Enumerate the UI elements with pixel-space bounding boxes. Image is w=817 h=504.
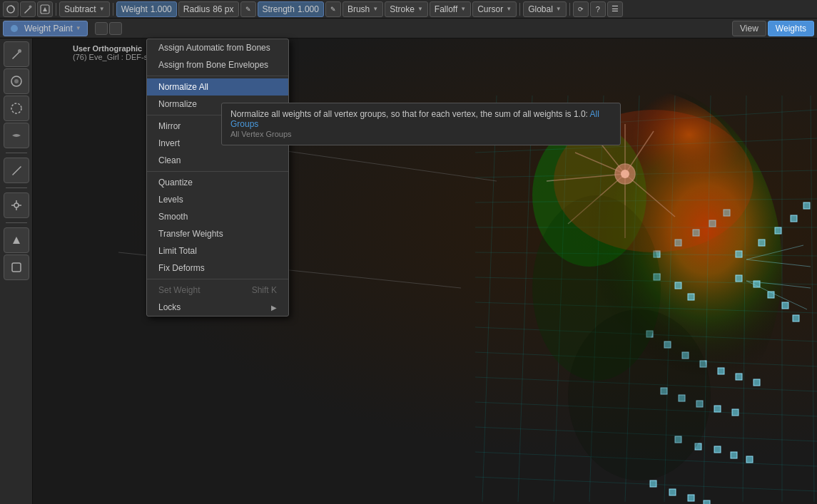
svg-rect-78 — [669, 489, 676, 495]
svg-rect-44 — [775, 227, 781, 234]
svg-rect-45 — [791, 215, 797, 222]
brush-dropdown[interactable]: Brush ▼ — [342, 1, 383, 17]
global-dropdown[interactable]: Global ▼ — [523, 1, 567, 17]
weight-value: 1.000 — [151, 4, 172, 14]
stroke-chevron: ▼ — [417, 6, 423, 12]
radius-value-btn[interactable]: Radius 86 px — [178, 1, 239, 17]
smear-tool[interactable] — [4, 123, 29, 148]
weights-tab[interactable]: Weights — [768, 21, 814, 36]
falloff-dropdown[interactable]: Falloff ▼ — [430, 1, 471, 17]
tooltip-subtext: All Vertex Groups — [230, 130, 292, 138]
svg-point-6 — [14, 79, 19, 83]
svg-rect-75 — [731, 452, 737, 458]
svg-point-98 — [568, 309, 711, 480]
global-label: Global — [528, 4, 553, 14]
mode-icon-btn[interactable] — [3, 1, 19, 17]
svg-rect-46 — [803, 202, 810, 209]
menu-assign-auto[interactable]: Assign Automatic from Bones — [147, 39, 288, 56]
side-sep2 — [6, 187, 27, 188]
global-chevron: ▼ — [556, 6, 562, 12]
svg-rect-71 — [732, 409, 739, 416]
menu-levels[interactable]: Levels — [147, 191, 288, 208]
sep2 — [113, 3, 113, 16]
left-sidebar — [0, 38, 33, 504]
mode-label: Weight Paint — [24, 24, 73, 34]
radius-label: Radius — [183, 4, 210, 14]
svg-rect-51 — [793, 315, 799, 322]
radius-value: 86 px — [213, 4, 233, 14]
brush-chevron: ▼ — [372, 6, 378, 12]
cursor-chevron: ▼ — [506, 6, 512, 12]
sync-icon[interactable]: ⟳ — [573, 1, 589, 17]
side-sep3 — [6, 222, 27, 223]
svg-point-8 — [14, 203, 19, 207]
svg-rect-54 — [688, 294, 694, 300]
menu-sep4 — [147, 279, 288, 279]
average-tool[interactable] — [4, 96, 29, 121]
stroke-dropdown[interactable]: Stroke ▼ — [385, 1, 428, 17]
paint-tool-2[interactable] — [4, 254, 29, 280]
top-toolbar: Subtract ▼ Weight 1.000 Radius 86 px ✎ S… — [0, 0, 817, 19]
strength-edit-icon[interactable]: ✎ — [325, 1, 341, 17]
svg-rect-43 — [758, 240, 765, 246]
cursor-dropdown[interactable]: Cursor ▼ — [472, 1, 517, 17]
draw-tool[interactable] — [4, 41, 29, 67]
svg-rect-65 — [736, 374, 742, 380]
brush-label: Brush — [347, 4, 370, 14]
menu-locks[interactable]: Locks ▶ — [147, 299, 288, 316]
strength-value: 1.000 — [298, 4, 319, 14]
subtract-label: Subtract — [64, 4, 96, 14]
strength-value-btn[interactable]: Strength 1.000 — [258, 1, 324, 17]
menu-smooth[interactable]: Smooth — [147, 208, 288, 225]
menu-limit-total[interactable]: Limit Total — [147, 242, 288, 259]
brush-icon-btn[interactable] — [20, 1, 36, 17]
view-label: View — [740, 24, 758, 34]
weight-value-btn[interactable]: Weight 1.000 — [116, 1, 177, 17]
svg-rect-50 — [782, 302, 788, 309]
svg-rect-66 — [753, 379, 760, 386]
weight-label: Weight — [121, 4, 148, 14]
weights-menu: Assign Automatic from Bones Assign from … — [146, 38, 289, 317]
menu-transfer-weights[interactable]: Transfer Weights — [147, 225, 288, 242]
svg-rect-64 — [718, 368, 724, 374]
weight-paint-mode-btn[interactable]: Weight Paint ▼ — [3, 21, 88, 36]
subtract-dropdown[interactable]: Subtract ▼ — [59, 1, 110, 17]
small-square-1[interactable] — [95, 22, 108, 35]
menu-sep3 — [147, 171, 288, 172]
radius-edit-icon[interactable]: ✎ — [240, 1, 256, 17]
annotate-tool[interactable] — [4, 158, 29, 183]
blur-tool[interactable] — [4, 68, 29, 94]
set-weight-shortcut: Shift K — [252, 285, 277, 295]
paint-mode-icon[interactable] — [37, 1, 53, 17]
menu-normalize-all[interactable]: Normalize All — [147, 78, 288, 96]
stroke-label: Stroke — [390, 4, 415, 14]
mode-toolbar: Weight Paint ▼ View Weights — [0, 19, 817, 38]
menu-sep1 — [147, 76, 288, 76]
help-icon[interactable]: ? — [590, 1, 606, 17]
small-square-2[interactable] — [109, 22, 122, 35]
svg-point-1 — [29, 5, 32, 8]
svg-point-4 — [18, 49, 21, 53]
transform-tool[interactable] — [4, 192, 29, 218]
menu-assign-bone-env[interactable]: Assign from Bone Envelopes — [147, 56, 288, 73]
menu-clean[interactable]: Clean — [147, 152, 288, 169]
set-weight-label: Set Weight — [158, 285, 200, 295]
tooltip-text: Normalize all weights of all vertex grou… — [230, 109, 588, 119]
sep3 — [519, 3, 520, 16]
svg-rect-13 — [12, 263, 21, 272]
menu-quantize[interactable]: Quantize — [147, 174, 288, 191]
locks-label: Locks — [158, 302, 181, 312]
falloff-label: Falloff — [435, 4, 457, 14]
falloff-chevron: ▼ — [460, 6, 466, 12]
svg-rect-74 — [714, 446, 721, 453]
sep4 — [569, 3, 570, 16]
svg-point-7 — [11, 103, 21, 113]
svg-rect-70 — [714, 406, 721, 412]
paint-tool-1[interactable] — [4, 227, 29, 253]
view-tab[interactable]: View — [732, 21, 766, 36]
menu-fix-deforms[interactable]: Fix Deforms — [147, 259, 288, 277]
sep1 — [56, 3, 56, 16]
menu-set-weight[interactable]: Set Weight Shift K — [147, 282, 288, 299]
menu-icon[interactable]: ☰ — [607, 1, 623, 17]
weights-label: Weights — [776, 24, 806, 34]
